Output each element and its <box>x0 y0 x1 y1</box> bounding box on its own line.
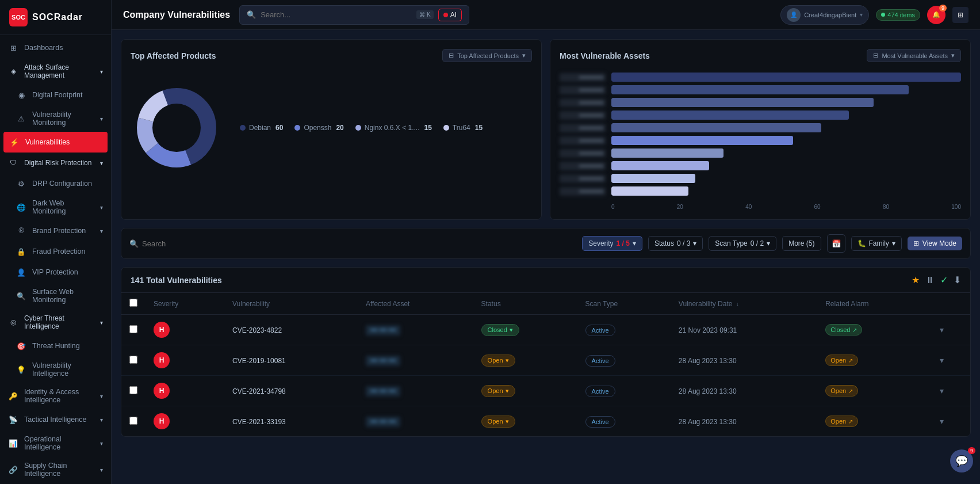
sidebar-item-fraud-protection[interactable]: 🔒 Fraud Protection <box>0 241 111 262</box>
sidebar-item-dashboards[interactable]: ⊞ Dashboards <box>0 37 111 58</box>
status-cell[interactable]: Closed ▾ <box>473 315 577 345</box>
status-cell[interactable]: Open ▾ <box>473 406 577 437</box>
chart-filter-vulnerable[interactable]: ⊟ Most Vulnerable Assets ▾ <box>867 49 961 62</box>
cve-link[interactable]: CVE-2023-4822 <box>232 326 282 334</box>
search-input[interactable] <box>261 10 412 19</box>
sidebar-item-operational-intel[interactable]: 📊 Operational Intelligence ▾ <box>0 430 111 456</box>
status-cell[interactable]: Open ▾ <box>473 345 577 376</box>
search-icon: 🔍 <box>247 10 256 19</box>
scan-type-filter[interactable]: Scan Type 0 / 2 ▾ <box>709 236 776 251</box>
pause-action[interactable]: ⏸ <box>925 275 935 285</box>
filter-search[interactable]: 🔍 <box>129 239 576 248</box>
cve-cell[interactable]: CVE-2019-10081 <box>224 345 358 376</box>
calendar-button[interactable]: 📅 <box>827 234 845 253</box>
row-checkbox[interactable] <box>129 417 137 425</box>
cve-cell[interactable]: CVE-2021-34798 <box>224 376 358 406</box>
sidebar-item-tactical-intel[interactable]: 📡 Tactical Intelligence ▾ <box>0 409 111 430</box>
status-filter[interactable]: Status 0 / 3 ▾ <box>648 236 703 251</box>
status-badge[interactable]: Open ▾ <box>481 355 515 367</box>
download-action[interactable]: ⬇ <box>954 275 961 285</box>
row-checkbox[interactable] <box>129 386 137 394</box>
notification-button[interactable]: 🔔 9 <box>927 6 945 24</box>
ai-button[interactable]: AI <box>438 9 462 21</box>
star-action[interactable]: ★ <box>912 275 920 285</box>
expand-button[interactable]: ▾ <box>940 417 944 426</box>
alarm-badge[interactable]: Closed ↗ <box>825 324 862 336</box>
sidebar-item-dark-web[interactable]: 🌐 Dark Web Monitoring ▾ <box>0 194 111 220</box>
row-checkbox-cell[interactable] <box>121 376 146 406</box>
sidebar-item-vulnerabilities[interactable]: ⚡ Vulnerabilities <box>3 132 108 153</box>
sidebar-item-brand-protection[interactable]: ® Brand Protection ▾ <box>0 220 111 241</box>
status-header: Status <box>473 293 577 315</box>
alarm-cell[interactable]: Closed ↗ <box>817 315 932 345</box>
family-filter[interactable]: 🐛 Family ▾ <box>851 236 902 251</box>
scan-type-header: Scan Type <box>577 293 671 315</box>
expand-cell[interactable]: ▾ <box>932 315 970 345</box>
user-name: Creat4dingapBient <box>804 12 856 18</box>
chart-filter-affected[interactable]: ⊟ Top Affected Products ▾ <box>442 49 532 62</box>
sidebar-item-drp[interactable]: 🛡 Digital Risk Protection ▾ <box>0 153 111 173</box>
cve-link[interactable]: CVE-2019-10081 <box>232 357 286 365</box>
status-badge[interactable]: Open ▾ <box>481 385 515 397</box>
alarm-badge[interactable]: Open ↗ <box>825 355 858 366</box>
help-button[interactable]: 💬 9 <box>950 449 973 472</box>
bar-row: •••••••••••• <box>560 98 961 107</box>
sidebar-item-vuln-intel[interactable]: 💡 Vulnerability Intelligence <box>0 356 111 383</box>
status-badge[interactable]: Closed ▾ <box>481 324 519 336</box>
row-checkbox-cell[interactable] <box>121 345 146 376</box>
sidebar-item-digital-footprint[interactable]: ◉ Digital Footprint <box>0 85 111 105</box>
bar-fill <box>611 186 688 196</box>
select-all-checkbox[interactable] <box>129 299 137 307</box>
sidebar-item-vuln-monitoring[interactable]: ⚠ Vulnerability Monitoring ▾ <box>0 105 111 132</box>
row-checkbox-cell[interactable] <box>121 315 146 345</box>
row-checkbox-cell[interactable] <box>121 406 146 437</box>
cve-link[interactable]: CVE-2021-33193 <box>232 418 286 426</box>
scan-type-cell: Active <box>577 345 671 376</box>
alarm-cell[interactable]: Open ↗ <box>817 406 932 437</box>
bar-track <box>611 136 961 145</box>
chevron-down-icon: ▾ <box>892 239 895 247</box>
sidebar-item-identity-access[interactable]: 🔑 Identity & Access Intelligence ▾ <box>0 383 111 409</box>
cve-cell[interactable]: CVE-2023-4822 <box>224 315 358 345</box>
sidebar-item-attack-surface[interactable]: ◈ Attack Surface Management ▾ <box>0 58 111 85</box>
user-menu[interactable]: 👤 Creat4dingapBient ▾ <box>780 5 869 25</box>
sidebar-item-threat-hunting[interactable]: 🎯 Threat Hunting <box>0 336 111 356</box>
sidebar-item-cti[interactable]: ◎ Cyber Threat Intelligence ▾ <box>0 309 111 336</box>
sidebar-item-surface-web[interactable]: 🔍 Surface Web Monitoring <box>0 283 111 309</box>
alarm-badge[interactable]: Open ↗ <box>825 385 858 397</box>
expand-button[interactable]: ▾ <box>940 386 944 395</box>
sidebar-item-vip-protection[interactable]: 👤 VIP Protection <box>0 262 111 283</box>
alarm-cell[interactable]: Open ↗ <box>817 345 932 376</box>
more-filter[interactable]: More (5) <box>782 236 821 251</box>
alarm-badge[interactable]: Open ↗ <box>825 416 858 427</box>
row-checkbox[interactable] <box>129 356 137 364</box>
expand-button[interactable]: ▾ <box>940 325 944 334</box>
cve-link[interactable]: CVE-2021-34798 <box>232 387 286 395</box>
expand-button[interactable]: ▾ <box>940 356 944 365</box>
sidebar-nav: ⊞ Dashboards ◈ Attack Surface Management… <box>0 35 111 484</box>
sidebar-item-supply-chain[interactable]: 🔗 Supply Chain Intelligence ▾ <box>0 456 111 483</box>
view-mode-button[interactable]: ⊞ View Mode <box>908 237 962 250</box>
filter-search-input[interactable] <box>142 239 239 248</box>
bar-label: •••••••••••• <box>560 124 606 132</box>
grid-menu-button[interactable]: ⊞ <box>952 7 968 23</box>
expand-cell[interactable]: ▾ <box>932 406 970 437</box>
row-checkbox[interactable] <box>129 325 137 333</box>
search-bar[interactable]: 🔍 ⌘ K AI <box>239 5 469 25</box>
status-badge[interactable]: Open ▾ <box>481 416 515 428</box>
select-all-header[interactable] <box>121 293 146 315</box>
severity-badge: H <box>154 383 170 399</box>
alarm-cell[interactable]: Open ↗ <box>817 376 932 406</box>
expand-cell[interactable]: ▾ <box>932 345 970 376</box>
severity-filter[interactable]: Severity 1 / 5 ▾ <box>582 236 642 251</box>
svg-point-4 <box>152 104 201 152</box>
page-title: Company Vulnerabilities <box>123 10 230 20</box>
sidebar-item-drp-config[interactable]: ⚙ DRP Configuration <box>0 173 111 194</box>
bar-axis: 0 20 40 60 80 100 <box>560 204 961 210</box>
cve-cell[interactable]: CVE-2021-33193 <box>224 406 358 437</box>
scan-type-badge: Active <box>585 386 615 397</box>
check-action[interactable]: ✓ <box>940 275 948 285</box>
vip-icon: 👤 <box>16 267 26 277</box>
expand-cell[interactable]: ▾ <box>932 376 970 406</box>
status-cell[interactable]: Open ▾ <box>473 376 577 406</box>
